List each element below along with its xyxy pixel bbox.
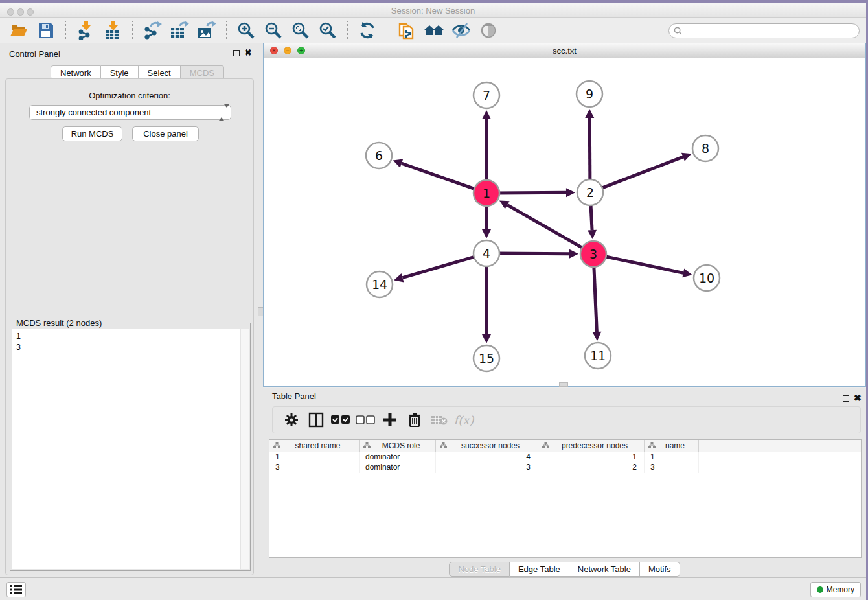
table-cell: dominator [360, 452, 436, 463]
table-header-row: shared nameMCDS rolesuccessor nodesprede… [269, 440, 861, 452]
control-panel: Control Panel ✖ Network Style Select MCD… [0, 43, 260, 580]
mcds-result-group: MCDS result (2 nodes) 13 [10, 323, 251, 571]
criterion-dropdown[interactable]: strongly connected component [29, 105, 231, 120]
import-network-icon[interactable] [75, 20, 96, 41]
clone-network-icon[interactable] [396, 20, 417, 41]
task-history-button[interactable] [6, 582, 26, 597]
memory-button[interactable]: Memory [810, 582, 861, 597]
memory-label: Memory [827, 585, 854, 594]
tab-style[interactable]: Style [101, 65, 139, 80]
table-row[interactable]: 3dominator323 [269, 463, 861, 473]
graph-node-label: 3 [589, 247, 597, 261]
mcds-result-line: 1 [16, 331, 249, 342]
table-toolbar: f(x) [272, 406, 861, 433]
graph-edge[interactable] [591, 203, 592, 230]
tab-network-table[interactable]: Network Table [569, 562, 640, 577]
edge-arrowhead [482, 110, 491, 119]
function-builder-icon[interactable]: f(x) [453, 410, 475, 430]
main-toolbar [0, 18, 866, 43]
control-panel-tabs: Network Style Select MCDS [51, 65, 224, 80]
search-input[interactable] [682, 26, 859, 36]
network-canvas[interactable]: 1234678910111415 [264, 58, 865, 386]
tab-edge-table[interactable]: Edge Table [510, 562, 569, 577]
network-view-window: × − + scc.txt 1234678910111415 [263, 43, 866, 387]
graph-edge[interactable] [589, 118, 590, 182]
list-icon [10, 585, 22, 594]
table-row[interactable]: 1dominator411 [269, 452, 861, 463]
control-panel-title: Control Panel [9, 49, 60, 59]
graph-edge[interactable] [497, 253, 569, 254]
status-bar: Memory [0, 577, 866, 600]
search-field[interactable] [668, 23, 860, 38]
tab-motifs[interactable]: Motifs [640, 562, 680, 577]
run-mcds-button[interactable]: Run MCDS [62, 126, 122, 141]
zoom-fit-icon[interactable] [290, 20, 311, 41]
tab-network[interactable]: Network [51, 65, 101, 80]
table-cell: 4 [436, 452, 538, 463]
close-panel-icon[interactable]: ✖ [244, 48, 252, 57]
zoom-in-icon[interactable] [236, 20, 257, 41]
horizontal-splitter-handle[interactable] [559, 382, 568, 387]
mcds-panel: Optimization criterion: strongly connect… [5, 78, 254, 575]
edge-arrowhead [569, 249, 578, 259]
deselect-all-rows-icon[interactable] [354, 410, 376, 430]
table-cell: 1 [269, 452, 360, 463]
tab-node-table[interactable]: Node Table [449, 562, 510, 577]
column-chooser-icon[interactable] [305, 410, 327, 430]
apply-layout-icon[interactable] [357, 20, 378, 41]
vizmapper-icon[interactable] [451, 20, 472, 41]
graph-edge[interactable] [600, 157, 683, 189]
table-cell: 1 [538, 452, 645, 463]
column-header[interactable]: shared name [269, 440, 360, 452]
column-header[interactable]: successor nodes [436, 440, 538, 452]
graph-edge[interactable] [403, 256, 477, 277]
graph-edge[interactable] [604, 256, 683, 273]
select-all-rows-icon[interactable] [330, 410, 352, 430]
open-session-icon[interactable] [8, 20, 29, 41]
close-panel-button[interactable]: Close panel [132, 126, 199, 141]
mcds-result-line: 3 [16, 342, 249, 353]
delete-table-icon[interactable] [428, 410, 450, 430]
close-table-panel-icon[interactable]: ✖ [854, 393, 862, 402]
column-header[interactable]: MCDS role [360, 440, 436, 452]
hierarchy-icon [363, 441, 371, 450]
tab-mcds[interactable]: MCDS [181, 65, 224, 80]
save-session-icon[interactable] [36, 20, 56, 41]
graph-edge[interactable] [497, 192, 566, 193]
graph-edge[interactable] [402, 163, 477, 190]
network-window-title: scc.txt [264, 46, 865, 56]
zoom-selected-icon[interactable] [317, 20, 338, 41]
graph-node-label: 9 [586, 87, 593, 101]
hide-panel-icon[interactable] [478, 20, 499, 41]
settings-gear-icon[interactable] [280, 410, 303, 430]
edge-arrowhead [588, 230, 597, 239]
node-table[interactable]: shared nameMCDS rolesuccessor nodesprede… [269, 439, 862, 558]
table-cell: 3 [645, 463, 699, 473]
delete-column-icon[interactable] [404, 410, 426, 430]
column-header[interactable]: name [645, 440, 699, 452]
export-image-icon[interactable] [196, 20, 217, 41]
window-titlebar: Session: New Session [0, 3, 866, 18]
network-window-titlebar[interactable]: × − + scc.txt [264, 43, 865, 58]
tab-select[interactable]: Select [139, 65, 181, 80]
table-cell: 3 [436, 463, 538, 473]
hierarchy-icon [542, 441, 549, 450]
import-table-icon[interactable] [102, 20, 123, 41]
scrollbar[interactable] [240, 329, 249, 569]
graph-edge[interactable] [594, 264, 597, 332]
export-network-icon[interactable] [142, 20, 163, 41]
add-column-icon[interactable] [379, 410, 401, 430]
edge-arrowhead [482, 229, 491, 238]
zoom-out-icon[interactable] [263, 20, 284, 41]
graph-node-label: 4 [483, 246, 490, 260]
float-table-panel-icon[interactable] [843, 395, 849, 402]
edge-arrowhead [592, 332, 601, 341]
float-panel-icon[interactable] [233, 50, 240, 56]
export-table-icon[interactable] [169, 20, 190, 41]
show-all-networks-icon[interactable] [424, 20, 444, 41]
graph-node-label: 15 [479, 351, 494, 365]
mcds-result-textarea[interactable]: 13 [12, 329, 249, 569]
graph-edge[interactable] [507, 205, 584, 249]
column-header[interactable]: predecessor nodes [538, 440, 645, 452]
mcds-result-lines: 13 [12, 329, 249, 353]
